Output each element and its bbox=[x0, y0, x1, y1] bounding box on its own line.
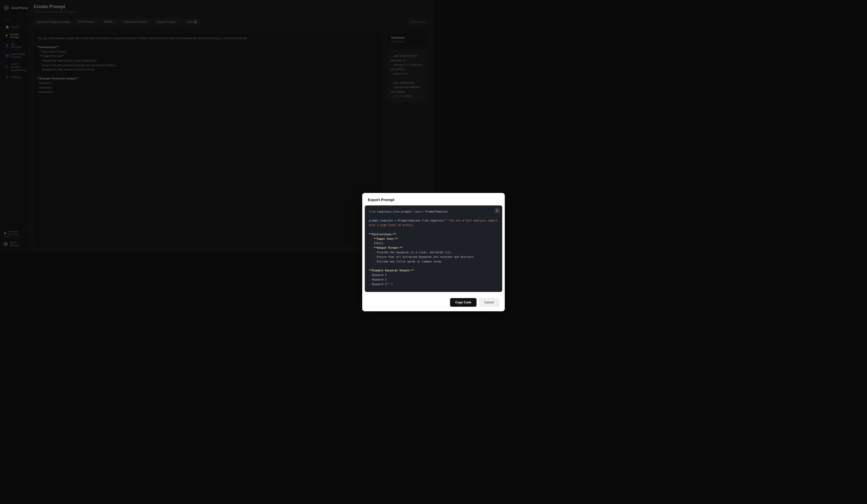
modal-overlay[interactable]: Export Prompt ⧉ from langchain_core.prom… bbox=[0, 0, 434, 252]
modal-body: ⧉ from langchain_core.prompts import Pro… bbox=[362, 205, 434, 252]
code-block[interactable]: ⧉ from langchain_core.prompts import Pro… bbox=[365, 205, 434, 252]
modal-header: Export Prompt bbox=[362, 193, 434, 205]
export-modal: Export Prompt ⧉ from langchain_core.prom… bbox=[362, 193, 434, 252]
modal-title: Export Prompt bbox=[368, 197, 434, 202]
code-content: from langchain_core.prompts import Promp… bbox=[369, 210, 434, 252]
